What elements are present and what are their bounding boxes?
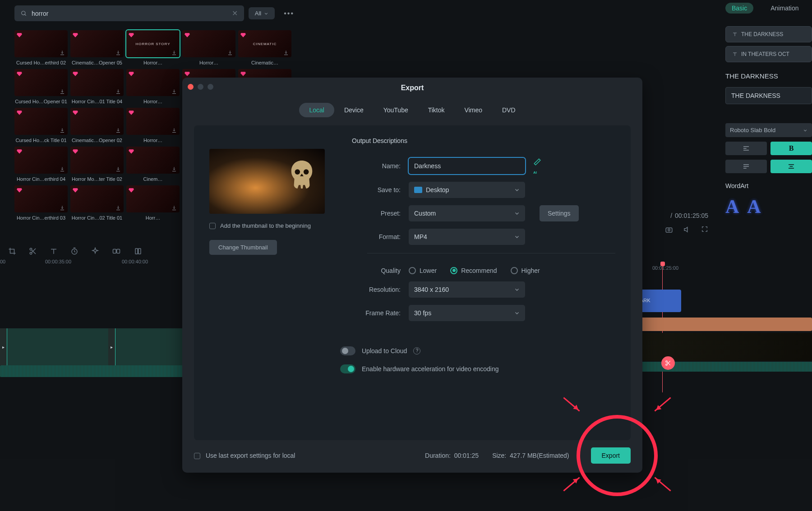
asset-thumbnail[interactable] xyxy=(70,147,124,174)
asset-thumbnail[interactable] xyxy=(126,69,180,96)
export-button[interactable]: Export xyxy=(591,447,631,464)
mask-icon[interactable] xyxy=(112,247,121,255)
asset-item[interactable]: Cursed Ho…ck Title 01 xyxy=(14,108,68,143)
asset-thumbnail[interactable] xyxy=(70,30,124,57)
asset-thumbnail[interactable] xyxy=(126,147,180,174)
asset-item[interactable]: Cursed Ho…erthird 02 xyxy=(14,30,68,65)
quality-radio-lower[interactable]: Lower xyxy=(409,267,437,274)
asset-thumbnail[interactable]: HORROR STORY xyxy=(126,30,180,57)
wordart-preset[interactable]: A xyxy=(725,196,739,217)
asset-item[interactable]: Horror… xyxy=(182,30,235,65)
export-tab-local[interactable]: Local xyxy=(299,103,334,117)
export-tab-device[interactable]: Device xyxy=(334,103,374,117)
download-icon[interactable] xyxy=(171,205,177,211)
save-to-select[interactable]: Desktop xyxy=(409,182,525,198)
asset-item[interactable]: Horror Mo…ter Title 02 xyxy=(70,147,124,182)
download-icon[interactable] xyxy=(171,166,177,172)
name-input[interactable] xyxy=(409,158,525,174)
preset-select[interactable]: Custom xyxy=(409,205,525,221)
search-box[interactable]: ✕ xyxy=(14,5,244,21)
download-icon[interactable] xyxy=(115,166,121,172)
title-input[interactable]: THE DARKNESS xyxy=(725,87,812,104)
export-tab-youtube[interactable]: YouTube xyxy=(374,103,418,117)
asset-item[interactable]: Cinematic…Opener 02 xyxy=(70,108,124,143)
asset-item[interactable]: CINEMATICCinematic… xyxy=(238,30,291,65)
asset-thumbnail[interactable] xyxy=(14,69,68,96)
asset-thumbnail[interactable] xyxy=(70,69,124,96)
maximize-window-button[interactable] xyxy=(208,84,213,90)
use-last-checkbox[interactable] xyxy=(194,453,200,459)
quality-radio-recommend[interactable]: Recommend xyxy=(450,267,497,274)
export-tab-vimeo[interactable]: Vimeo xyxy=(455,103,492,117)
asset-thumbnail[interactable] xyxy=(182,30,235,57)
hw-accel-toggle[interactable] xyxy=(340,364,355,373)
asset-thumbnail[interactable] xyxy=(126,185,180,212)
asset-thumbnail[interactable] xyxy=(126,108,180,135)
format-select[interactable]: MP4 xyxy=(409,229,525,245)
download-icon[interactable] xyxy=(171,89,177,94)
asset-item[interactable]: Horr… xyxy=(126,185,180,221)
fullscreen-icon[interactable] xyxy=(701,226,708,234)
effects-icon[interactable] xyxy=(91,247,99,255)
cut-button[interactable] xyxy=(661,356,675,370)
change-thumbnail-button[interactable]: Change Thumbnail xyxy=(209,240,277,255)
clear-icon[interactable]: ✕ xyxy=(232,9,238,18)
export-tab-tiktok[interactable]: Tiktok xyxy=(418,103,455,117)
asset-item[interactable]: Horror Cin…erthird 03 xyxy=(14,185,68,221)
asset-thumbnail[interactable] xyxy=(70,185,124,212)
asset-item[interactable]: Horror… xyxy=(126,69,180,104)
justify-left-button[interactable] xyxy=(725,160,767,173)
scissors-icon[interactable] xyxy=(29,247,37,255)
asset-item[interactable]: Horror Cin…01 Title 04 xyxy=(70,69,124,104)
asset-item[interactable]: Cursed Ho…Opener 01 xyxy=(14,69,68,104)
crop-icon[interactable] xyxy=(8,247,16,255)
download-icon[interactable] xyxy=(115,50,121,55)
filter-dropdown[interactable]: All xyxy=(249,7,275,19)
font-family-select[interactable]: Roboto Slab Bold xyxy=(725,123,812,137)
bold-button[interactable]: B xyxy=(770,142,812,155)
preset-settings-button[interactable]: Settings xyxy=(540,205,579,221)
align-left-button[interactable] xyxy=(725,142,767,155)
text-icon[interactable] xyxy=(50,247,58,255)
more-icon[interactable]: ••• xyxy=(279,7,299,20)
wordart-preset[interactable]: A xyxy=(747,196,761,217)
asset-thumbnail[interactable]: CINEMATIC xyxy=(238,30,291,57)
download-icon[interactable] xyxy=(227,50,233,55)
download-icon[interactable] xyxy=(115,128,121,133)
download-icon[interactable] xyxy=(60,89,65,94)
upload-cloud-toggle[interactable] xyxy=(340,346,355,355)
asset-thumbnail[interactable] xyxy=(14,30,68,57)
download-icon[interactable] xyxy=(115,205,121,211)
fps-select[interactable]: 30 fps xyxy=(409,305,525,321)
close-window-button[interactable] xyxy=(188,84,194,90)
asset-thumbnail[interactable] xyxy=(14,185,68,212)
timer-icon[interactable] xyxy=(70,247,78,255)
keyframe-icon[interactable] xyxy=(134,247,143,255)
download-icon[interactable] xyxy=(60,128,65,133)
asset-item[interactable]: Horror… xyxy=(126,108,180,143)
minimize-window-button[interactable] xyxy=(198,84,203,90)
asset-item[interactable]: Cinem… xyxy=(126,147,180,182)
asset-item[interactable]: Cinematic…Opener 05 xyxy=(70,30,124,65)
help-icon[interactable]: ? xyxy=(413,347,420,354)
text-layer-item[interactable]: THE DARKNESS xyxy=(725,26,812,42)
justify-center-button[interactable] xyxy=(770,160,812,173)
tab-animation[interactable]: Animation xyxy=(764,3,805,14)
clip-handle[interactable]: ▸ xyxy=(0,328,7,365)
asset-item[interactable]: HORROR STORYHorror… xyxy=(126,30,180,65)
add-thumbnail-checkbox[interactable] xyxy=(209,223,216,229)
asset-thumbnail[interactable] xyxy=(14,108,68,135)
asset-item[interactable]: Horror Cin…02 Title 01 xyxy=(70,185,124,221)
text-layer-item[interactable]: IN THEATERS OCT xyxy=(725,46,812,62)
download-icon[interactable] xyxy=(60,166,65,172)
download-icon[interactable] xyxy=(60,205,65,211)
speaker-icon[interactable] xyxy=(683,226,691,234)
download-icon[interactable] xyxy=(60,50,65,55)
tab-basic[interactable]: Basic xyxy=(725,3,753,14)
asset-item[interactable]: Horror Cin…erthird 04 xyxy=(14,147,68,182)
search-input[interactable] xyxy=(32,10,227,17)
download-icon[interactable] xyxy=(171,128,177,133)
export-tab-dvd[interactable]: DVD xyxy=(492,103,526,117)
resolution-select[interactable]: 3840 x 2160 xyxy=(409,281,525,298)
asset-thumbnail[interactable] xyxy=(70,108,124,135)
